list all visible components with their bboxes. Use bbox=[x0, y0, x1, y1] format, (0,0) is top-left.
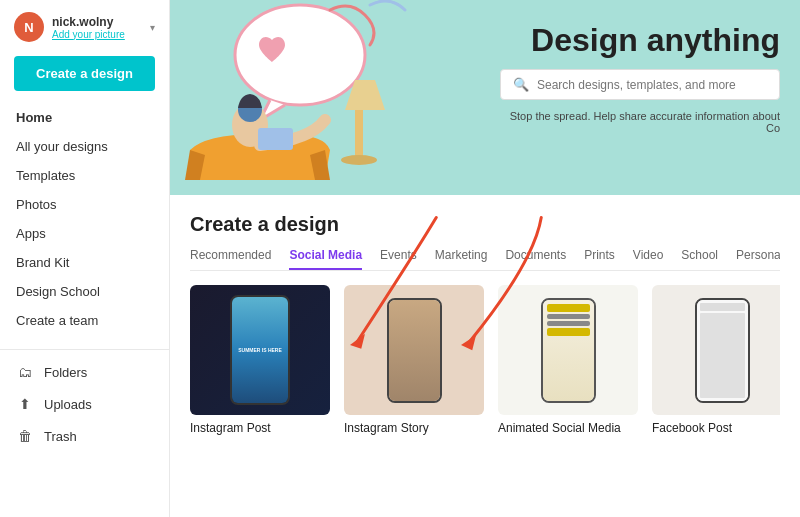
card-facebook-post[interactable]: Facebook Post bbox=[652, 285, 780, 435]
sidebar-item-uploads[interactable]: ⬆ Uploads bbox=[0, 388, 169, 420]
card-label-facebook: Facebook Post bbox=[652, 421, 780, 435]
sidebar: N nick.wolny Add your picture ▾ Create a… bbox=[0, 0, 170, 517]
phone-mockup-story bbox=[387, 298, 442, 403]
sidebar-item-photos[interactable]: Photos bbox=[0, 190, 169, 219]
uploads-label: Uploads bbox=[44, 397, 92, 412]
hero-text-area: Design anything 🔍 Stop the spread. Help … bbox=[500, 22, 780, 134]
tab-school[interactable]: School bbox=[681, 248, 718, 270]
svg-rect-2 bbox=[355, 110, 363, 160]
user-info: nick.wolny Add your picture bbox=[52, 15, 142, 40]
create-design-section: Create a design Recommended Social Media… bbox=[170, 195, 800, 435]
add-picture-link[interactable]: Add your picture bbox=[52, 29, 142, 40]
hero-title: Design anything bbox=[531, 22, 780, 59]
svg-point-3 bbox=[341, 155, 377, 165]
card-thumb-instagram-post: SUMMER IS HERE bbox=[190, 285, 330, 415]
sidebar-item-all-designs[interactable]: All your designs bbox=[0, 132, 169, 161]
design-cards-grid: SUMMER IS HERE Instagram Post Instagram … bbox=[190, 285, 780, 435]
search-icon: 🔍 bbox=[513, 77, 529, 92]
trash-label: Trash bbox=[44, 429, 77, 444]
card-thumb-animated bbox=[498, 285, 638, 415]
phone-screen-story bbox=[389, 300, 440, 401]
card-instagram-post[interactable]: SUMMER IS HERE Instagram Post bbox=[190, 285, 330, 435]
svg-rect-6 bbox=[258, 128, 293, 150]
card-thumb-instagram-story bbox=[344, 285, 484, 415]
sidebar-item-create-team[interactable]: Create a team bbox=[0, 306, 169, 335]
tab-events[interactable]: Events bbox=[380, 248, 417, 270]
tab-recommended[interactable]: Recommended bbox=[190, 248, 271, 270]
phone-screen-fb bbox=[697, 300, 748, 401]
sidebar-item-templates[interactable]: Templates bbox=[0, 161, 169, 190]
card-label-instagram-story: Instagram Story bbox=[344, 421, 484, 435]
hero-notice: Stop the spread. Help share accurate inf… bbox=[500, 110, 780, 134]
card-thumb-facebook bbox=[652, 285, 780, 415]
category-tabs: Recommended Social Media Events Marketin… bbox=[190, 248, 780, 271]
card-label-instagram-post: Instagram Post bbox=[190, 421, 330, 435]
phone-mockup-fb bbox=[695, 298, 750, 403]
hero-banner: Design anything 🔍 Stop the spread. Help … bbox=[170, 0, 800, 195]
section-title: Create a design bbox=[190, 213, 780, 236]
tab-prints[interactable]: Prints bbox=[584, 248, 615, 270]
avatar: N bbox=[14, 12, 44, 42]
sidebar-item-trash[interactable]: 🗑 Trash bbox=[0, 420, 169, 452]
sidebar-divider bbox=[0, 349, 169, 350]
tab-documents[interactable]: Documents bbox=[505, 248, 566, 270]
card-animated-social[interactable]: Animated Social Media bbox=[498, 285, 638, 435]
search-input[interactable] bbox=[537, 78, 767, 92]
phone-screen-anim bbox=[543, 300, 594, 401]
create-design-button[interactable]: Create a design bbox=[14, 56, 155, 91]
sidebar-item-folders[interactable]: 🗂 Folders bbox=[0, 356, 169, 388]
tab-personal[interactable]: Personal bbox=[736, 248, 780, 270]
sidebar-item-brand-kit[interactable]: Brand Kit bbox=[0, 248, 169, 277]
sidebar-item-design-school[interactable]: Design School bbox=[0, 277, 169, 306]
sidebar-item-apps[interactable]: Apps bbox=[0, 219, 169, 248]
sidebar-nav: Home All your designs Templates Photos A… bbox=[0, 103, 169, 343]
main-content: Design anything 🔍 Stop the spread. Help … bbox=[170, 0, 800, 517]
trash-icon: 🗑 bbox=[16, 427, 34, 445]
hero-illustration bbox=[170, 0, 490, 195]
tab-social-media[interactable]: Social Media bbox=[289, 248, 362, 270]
card-label-animated: Animated Social Media bbox=[498, 421, 638, 435]
sidebar-item-home[interactable]: Home bbox=[0, 103, 169, 132]
svg-point-1 bbox=[235, 5, 365, 105]
chevron-down-icon: ▾ bbox=[150, 22, 155, 33]
tab-video[interactable]: Video bbox=[633, 248, 663, 270]
tab-marketing[interactable]: Marketing bbox=[435, 248, 488, 270]
folder-icon: 🗂 bbox=[16, 363, 34, 381]
phone-mockup-ig: SUMMER IS HERE bbox=[230, 295, 290, 405]
upload-icon: ⬆ bbox=[16, 395, 34, 413]
phone-mockup-anim bbox=[541, 298, 596, 403]
folders-label: Folders bbox=[44, 365, 87, 380]
username: nick.wolny bbox=[52, 15, 142, 29]
hero-search-box[interactable]: 🔍 bbox=[500, 69, 780, 100]
sidebar-user-profile[interactable]: N nick.wolny Add your picture ▾ bbox=[0, 0, 169, 50]
card-instagram-story[interactable]: Instagram Story bbox=[344, 285, 484, 435]
phone-screen-ig: SUMMER IS HERE bbox=[232, 297, 288, 403]
